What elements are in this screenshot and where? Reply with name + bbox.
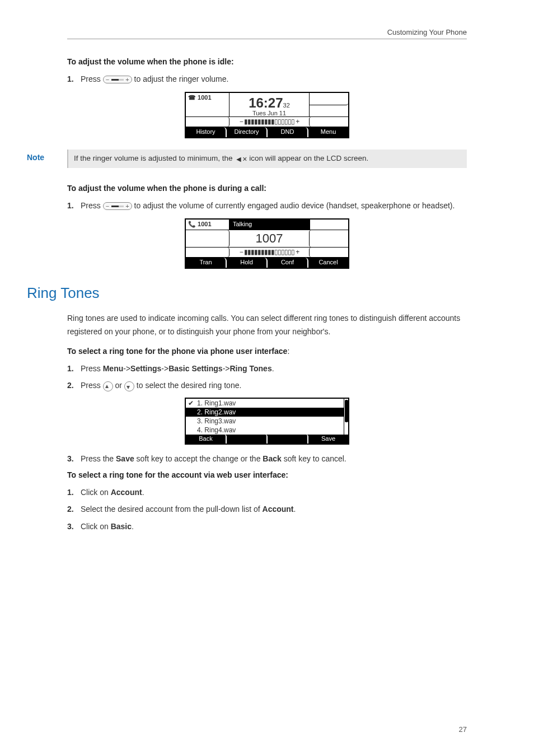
step-text: Press the Save soft key to accept the ch… <box>81 452 467 465</box>
list-item: ✔ 1. Ring1.wav <box>186 399 344 408</box>
basic-label: Basic <box>111 522 132 531</box>
note-label: Note <box>27 150 67 167</box>
step-number: 2. <box>67 379 81 391</box>
note-callout: Note If the ringer volume is adjusted to… <box>27 150 467 167</box>
text-pre: Press <box>81 74 103 83</box>
web-step-3: 3. Click on Basic. <box>67 520 467 533</box>
volume-key-icon <box>103 76 132 83</box>
period: . <box>142 488 144 497</box>
lcd-linekey <box>309 248 348 257</box>
text-mid: soft key to accept the change or the <box>134 454 263 463</box>
check-icon: ✔ <box>188 399 197 407</box>
time-value: 16:27 <box>249 95 283 110</box>
rt-step-2: 2. Press or to select the desired ring t… <box>67 379 467 391</box>
period: . <box>272 364 274 373</box>
mute-icon: ◄× <box>235 155 247 164</box>
step-number: 1. <box>67 362 81 375</box>
arrow: -> <box>161 364 168 373</box>
text-pre: Press <box>81 381 103 390</box>
ringtones-intro: Ring tones are used to indicate incoming… <box>67 312 467 339</box>
ringtone-lcd-screenshot: ✔ 1. Ring1.wav 2. Ring2.wav 3. Ring3.wav… <box>185 398 349 445</box>
list-item-label: 4. Ring4.wav <box>197 426 236 434</box>
time-seconds: 32 <box>283 102 290 109</box>
step-text: Click on Basic. <box>81 520 467 533</box>
lcd-account: ☎ 1001 <box>186 93 229 116</box>
ringtones-web-heading: To select a ring tone for the account vi… <box>67 470 467 479</box>
list-item-label: 1. Ring1.wav <box>197 399 236 407</box>
lcd-number: 1007 <box>229 230 309 247</box>
arrow: -> <box>123 364 130 373</box>
step-text: Press or to select the desired ring tone… <box>81 379 467 391</box>
list-item-label: 3. Ring3.wav <box>197 417 236 425</box>
menu-label: Menu <box>103 364 124 373</box>
lcd-linekey <box>310 220 348 230</box>
idle-volume-heading: To adjust the volume when the phone is i… <box>67 57 467 66</box>
account-label: Account <box>263 505 294 514</box>
softkey-menu: Menu <box>308 127 348 137</box>
step-text: Press to adjust the volume of currently … <box>81 199 467 212</box>
note-body: If the ringer volume is adjusted to mini… <box>67 150 467 167</box>
lcd-status: Talking <box>229 220 309 230</box>
softkey-conf: Conf <box>268 258 308 268</box>
call-volume-heading: To adjust the volume when the phone is d… <box>67 184 467 193</box>
lcd-date: Tues Jun 11 <box>229 110 309 116</box>
period: . <box>132 522 134 531</box>
lcd-volume-bar: − ▮▮▮▮▮▮▮▮▮▯▯▯▯▯▯ + <box>229 117 309 127</box>
idle-lcd-screenshot: ☎ 1001 16:2732 Tues Jun 11 − ▮▮▮▮▮▮▮▮▮▯▯… <box>185 92 349 138</box>
step-text: Press Menu->Settings->Basic Settings->Ri… <box>81 362 467 375</box>
softkey-back: Back <box>186 435 227 444</box>
web-step-1: 1. Click on Account. <box>67 486 467 498</box>
call-step-1: 1. Press to adjust the volume of current… <box>67 199 467 212</box>
heading-colon: : <box>287 347 289 356</box>
basic-settings-label: Basic Settings <box>168 364 222 373</box>
softkey-hold: Hold <box>227 258 268 268</box>
list-item: 2. Ring2.wav <box>186 408 344 417</box>
softkey-history: History <box>186 127 227 137</box>
lcd-linekey <box>309 105 348 117</box>
heading-text: To select a ring tone for the phone via … <box>67 347 287 356</box>
text-pre: Press the <box>81 454 116 463</box>
step-number: 1. <box>67 199 81 212</box>
page-header: Customizing Your Phone <box>67 28 467 39</box>
step-number: 3. <box>67 452 81 465</box>
text-pre: Click on <box>81 488 111 497</box>
step-number: 1. <box>67 486 81 498</box>
softkey-empty <box>227 435 268 444</box>
text-post: to adjust the ringer volume. <box>134 74 229 83</box>
lcd-linekey <box>186 230 229 247</box>
list-item-label: 2. Ring2.wav <box>197 408 236 416</box>
text-post: to adjust the volume of currently engage… <box>134 201 455 210</box>
softkey-empty <box>268 435 308 444</box>
ringtones-title: Ring Tones <box>27 284 467 302</box>
lcd-time: 16:2732 <box>229 95 309 111</box>
step-text: Press to adjust the ringer volume. <box>81 73 467 85</box>
lcd-linekey <box>309 117 348 127</box>
text-post: to select the desired ring tone. <box>137 381 242 390</box>
text-pre: Select the desired account from the pull… <box>81 505 263 514</box>
softkey-save: Save <box>308 435 348 444</box>
lcd-volume-bar: − ▮▮▮▮▮▮▮▮▮▯▯▯▯▯▯ + <box>229 248 309 257</box>
lcd-linekey <box>309 230 348 247</box>
ringtones-phone-heading: To select a ring tone for the phone via … <box>67 347 467 356</box>
note-text-post: icon will appear on the LCD screen. <box>249 154 368 162</box>
step-number: 2. <box>67 503 81 515</box>
list-item: 4. Ring4.wav <box>186 426 344 435</box>
step-text: Select the desired account from the pull… <box>81 503 467 515</box>
lcd-linekey <box>186 117 229 127</box>
text-pre: Click on <box>81 522 111 531</box>
lcd-account: 📞 1001 <box>186 220 229 230</box>
text-pre: Press <box>81 201 103 210</box>
page-number: 27 <box>459 725 467 734</box>
volume-key-icon <box>103 202 132 210</box>
softkey-cancel: Cancel <box>308 258 348 268</box>
text-post: soft key to cancel. <box>282 454 346 463</box>
arrow: -> <box>223 364 230 373</box>
period: . <box>294 505 296 514</box>
text-pre: Press <box>81 364 103 373</box>
down-key-icon <box>124 381 134 391</box>
web-step-2: 2. Select the desired account from the p… <box>67 503 467 515</box>
ringtones-label: Ring Tones <box>230 364 272 373</box>
list-item: 3. Ring3.wav <box>186 417 344 426</box>
softkey-directory: Directory <box>227 127 268 137</box>
header-divider <box>67 39 467 39</box>
